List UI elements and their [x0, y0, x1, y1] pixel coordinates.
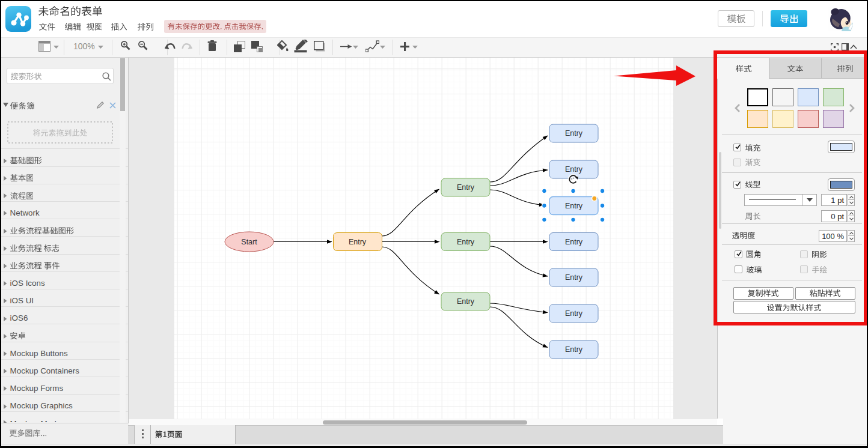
svg-text:Entry: Entry	[565, 238, 583, 246]
svg-text:Entry: Entry	[565, 273, 583, 282]
svg-text:Entry: Entry	[565, 345, 583, 354]
svg-text:Entry: Entry	[349, 238, 367, 246]
svg-text:Entry: Entry	[565, 309, 583, 318]
svg-text:Entry: Entry	[457, 297, 475, 306]
svg-text:Entry: Entry	[565, 202, 583, 210]
svg-text:Entry: Entry	[565, 165, 583, 174]
svg-text:Entry: Entry	[565, 129, 583, 138]
svg-text:Entry: Entry	[457, 238, 475, 246]
svg-text:Start: Start	[241, 238, 257, 246]
svg-text:Entry: Entry	[457, 183, 475, 192]
